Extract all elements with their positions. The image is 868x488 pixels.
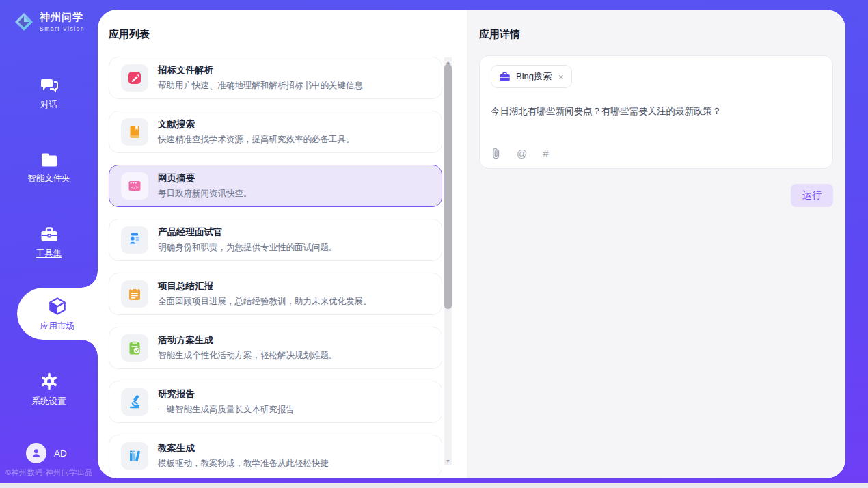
app-card-web-summary[interactable]: </> 网页摘要 每日政府新闻资讯快查。 <box>109 165 442 207</box>
query-text[interactable]: 今日湖北有哪些新闻要点？有哪些需要关注的最新政策？ <box>491 105 822 118</box>
pen-square-icon <box>121 64 148 92</box>
app-name: 活动方案生成 <box>158 334 338 347</box>
app-desc: 模板驱动，教案秒成，教学准备从此轻松快捷 <box>158 458 329 470</box>
app-name: 文献搜索 <box>158 118 355 131</box>
app-detail-title: 应用详情 <box>479 28 833 41</box>
app-card-research-report[interactable]: 研究报告 一键智能生成高质量长文本研究报告 <box>109 381 442 423</box>
books-icon <box>121 442 148 470</box>
main-content-card: 应用列表 招标文件解析 帮助用户快速、准确地理解和解析招标书中的关键信息 <box>98 10 845 478</box>
app-detail-pane: 应用详情 Bing搜索 × 今日湖北有哪些新闻要点？有哪些需要关注的最新政策？ <box>467 10 845 478</box>
book-icon <box>121 118 148 146</box>
app-card-bid-document-analysis[interactable]: 招标文件解析 帮助用户快速、准确地理解和解析招标书中的关键信息 <box>109 57 442 99</box>
calendar-icon <box>121 280 148 308</box>
microscope-icon <box>121 388 148 416</box>
sidebar: 神州问学 Smart Vision 对话 智能文件夹 <box>0 0 98 483</box>
hashtag-icon[interactable]: # <box>543 148 548 159</box>
app-name: 研究报告 <box>158 388 295 401</box>
app-desc: 每日政府新闻资讯快查。 <box>158 188 252 200</box>
toolbox-icon <box>40 226 59 243</box>
sidebar-item-app-market[interactable]: 应用市场 <box>17 288 98 340</box>
mention-icon[interactable]: @ <box>517 148 527 159</box>
folder-icon <box>40 152 59 168</box>
app-name: 产品经理面试官 <box>158 226 338 239</box>
app-card-lesson-plan[interactable]: 教案生成 模板驱动，教案秒成，教学准备从此轻松快捷 <box>109 435 442 475</box>
app-desc: 帮助用户快速、准确地理解和解析招标书中的关键信息 <box>158 80 363 92</box>
clipboard-check-icon <box>121 334 148 362</box>
sidebar-item-label: 系统设置 <box>32 396 66 407</box>
app-list-scrollbar[interactable]: ▲ ▼ <box>444 57 452 465</box>
user-account[interactable]: AD <box>26 443 67 463</box>
avatar <box>26 443 46 463</box>
app-card-pm-interviewer[interactable]: 产品经理面试官 明确身份和职责，为您提供专业性的面试问题。 <box>109 219 442 261</box>
app-name: 教案生成 <box>158 442 329 455</box>
app-desc: 全面回顾项目进展，总结经验教训，助力未来优化发展。 <box>158 296 372 308</box>
app-desc: 明确身份和职责，为您提供专业性的面试问题。 <box>158 242 338 254</box>
cube-icon <box>47 296 68 316</box>
app-card-event-plan[interactable]: 活动方案生成 智能生成个性化活动方案，轻松解决规划难题。 <box>109 327 442 369</box>
brand-logo: 神州问学 Smart Vision <box>14 11 85 32</box>
bottom-edge-strip <box>0 483 868 488</box>
copyright-footer: ©神州数码·神州问学出品 <box>5 467 93 478</box>
chat-icon <box>40 77 59 94</box>
interviewer-icon <box>121 226 148 254</box>
brand-name: 神州问学 <box>40 11 85 24</box>
svg-text:</>: </> <box>131 185 138 189</box>
brand-subtitle: Smart Vision <box>40 25 85 32</box>
sidebar-item-settings[interactable]: 系统设置 <box>0 372 98 407</box>
app-name: 网页摘要 <box>158 172 252 185</box>
gear-icon <box>40 372 59 391</box>
scroll-down-arrow-icon[interactable]: ▼ <box>444 457 452 465</box>
sidebar-item-chat[interactable]: 对话 <box>0 77 98 111</box>
sidebar-item-label: 智能文件夹 <box>27 173 70 185</box>
app-name: 招标文件解析 <box>158 64 363 77</box>
user-name: AD <box>54 448 67 459</box>
attachment-icon[interactable] <box>491 148 501 159</box>
app-desc: 一键智能生成高质量长文本研究报告 <box>158 404 295 416</box>
browser-code-icon: </> <box>121 172 148 200</box>
query-composer[interactable]: Bing搜索 × 今日湖北有哪些新闻要点？有哪些需要关注的最新政策？ @ # <box>479 55 833 169</box>
close-icon[interactable]: × <box>558 72 564 81</box>
tool-tag-bing-search[interactable]: Bing搜索 × <box>491 65 572 88</box>
app-list: 招标文件解析 帮助用户快速、准确地理解和解析招标书中的关键信息 文献搜索 快速精… <box>109 57 442 475</box>
app-list-title: 应用列表 <box>109 28 467 41</box>
app-list-pane: 应用列表 招标文件解析 帮助用户快速、准确地理解和解析招标书中的关键信息 <box>98 10 467 478</box>
sidebar-item-label: 对话 <box>40 99 57 111</box>
app-card-literature-search[interactable]: 文献搜索 快速精准查找学术资源，提高研究效率的必备工具。 <box>109 111 442 153</box>
run-button[interactable]: 运行 <box>791 184 833 207</box>
briefcase-icon <box>499 72 511 82</box>
sidebar-item-smart-folder[interactable]: 智能文件夹 <box>0 152 98 185</box>
sidebar-item-label: 工具集 <box>36 248 62 260</box>
brand-diamond-icon <box>14 12 34 32</box>
scrollbar-thumb[interactable] <box>444 64 452 309</box>
app-desc: 智能生成个性化活动方案，轻松解决规划难题。 <box>158 350 338 362</box>
sidebar-item-toolset[interactable]: 工具集 <box>0 226 98 260</box>
sidebar-item-label: 应用市场 <box>40 321 74 332</box>
tool-tag-label: Bing搜索 <box>516 70 552 83</box>
app-name: 项目总结汇报 <box>158 280 372 293</box>
app-desc: 快速精准查找学术资源，提高研究效率的必备工具。 <box>158 134 355 146</box>
app-card-project-summary[interactable]: 项目总结汇报 全面回顾项目进展，总结经验教训，助力未来优化发展。 <box>109 273 442 315</box>
